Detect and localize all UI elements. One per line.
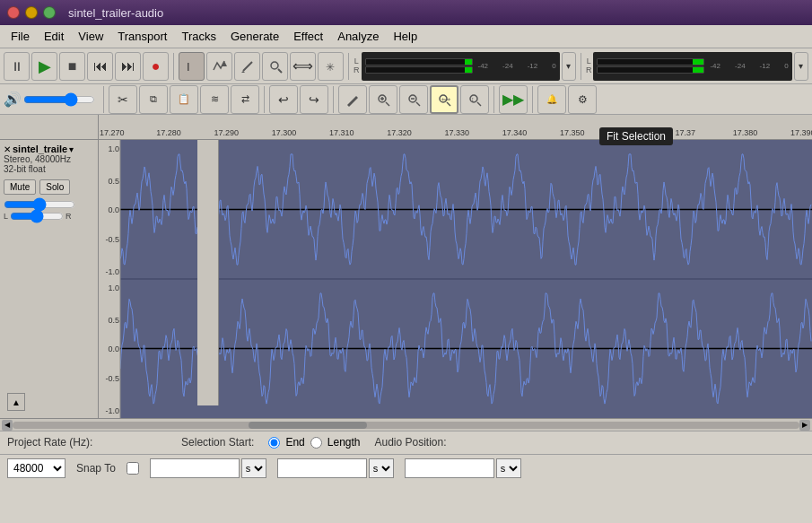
minimize-button[interactable] — [25, 6, 38, 19]
maximize-button[interactable] — [43, 6, 56, 19]
output-vu-dropdown[interactable]: ▾ — [794, 52, 808, 81]
sep5 — [264, 86, 265, 113]
menu-help[interactable]: Help — [386, 28, 424, 45]
cut-button[interactable]: ✂ — [109, 85, 137, 114]
status-bottom-row: 48000 Snap To 00 h 00 m 17 s s 00 h 00 m… — [0, 455, 812, 483]
length-radio[interactable] — [310, 437, 322, 449]
svg-marker-3 — [241, 71, 245, 73]
out-vu-scale-1: -42 — [710, 62, 720, 70]
out-vu-scale-3: -12 — [760, 62, 771, 70]
menu-edit[interactable]: Edit — [37, 28, 71, 45]
menu-effect[interactable]: Effect — [286, 28, 330, 45]
project-rate-label: Project Rate (Hz): — [7, 436, 92, 449]
play-button[interactable]: ▶ — [31, 52, 57, 81]
menu-tracks[interactable]: Tracks — [174, 28, 223, 45]
fit-selection-tooltip: Fit Selection — [599, 127, 673, 145]
ruler-tick-1: 17.270 — [99, 128, 156, 137]
svg-text:⟺: ⟺ — [441, 96, 450, 102]
settings-button[interactable]: ⚙ — [568, 85, 597, 114]
sep3 — [581, 53, 581, 80]
snap-to-label: Snap To — [76, 462, 116, 475]
audio-position-unit[interactable]: s — [496, 458, 521, 478]
svg-text:I: I — [187, 60, 190, 74]
end-length-radio: End Length — [268, 436, 360, 449]
zoom-out-button[interactable] — [399, 85, 428, 114]
trim-button[interactable]: ≋ — [200, 85, 229, 114]
paste-button[interactable]: 📋 — [170, 85, 198, 114]
prev-button[interactable]: ⏮ — [87, 52, 113, 81]
draw-button[interactable] — [338, 85, 367, 114]
scroll-left-button[interactable]: ◀ — [2, 420, 13, 431]
ruler-tick-2: 17.280 — [156, 128, 214, 137]
window-title: sintel_trailer-audio — [68, 6, 163, 20]
menu-transport[interactable]: Transport — [110, 28, 174, 45]
silence-button[interactable]: ⇄ — [231, 85, 259, 114]
close-button[interactable] — [7, 6, 20, 19]
svg-line-2 — [243, 62, 252, 71]
multi-tool-button[interactable]: ✳ — [318, 52, 344, 81]
zoom-in-button[interactable] — [369, 85, 397, 114]
out-vu-scale-4: 0 — [784, 62, 788, 70]
track-close-icon[interactable]: ✕ — [4, 144, 11, 154]
track-gain-row — [4, 200, 94, 209]
record-button[interactable]: ● — [143, 52, 169, 81]
track-info-bitdepth: 32-bit float — [4, 164, 94, 174]
next-button[interactable]: ⏭ — [115, 52, 141, 81]
svg-line-5 — [278, 69, 282, 73]
gain-slider[interactable] — [4, 200, 75, 209]
ruler-tick-12: 17.380 — [733, 128, 790, 137]
fit-selection-button[interactable]: ⟺ — [430, 85, 458, 114]
menu-view[interactable]: View — [71, 28, 110, 45]
scroll-right-button[interactable]: ▶ — [799, 420, 810, 431]
copy-button[interactable]: ⧉ — [139, 85, 168, 114]
svg-point-4 — [271, 62, 278, 69]
track-panel: ✕ sintel_traile ▾ Stereo, 48000Hz 32-bit… — [0, 140, 99, 418]
end-radio[interactable] — [268, 437, 280, 449]
collapse-track-button[interactable]: ▲ — [7, 393, 25, 411]
snap-to-checkbox[interactable] — [127, 462, 139, 475]
input-vu-dropdown[interactable]: ▾ — [562, 52, 576, 81]
title-bar: sintel_trailer-audio — [0, 0, 812, 25]
undo-button[interactable]: ↩ — [269, 85, 298, 114]
track-menu-icon[interactable]: ▾ — [69, 144, 74, 154]
svg-text:✳: ✳ — [326, 61, 335, 74]
timeshift-tool-button[interactable]: ⟺ — [290, 52, 316, 81]
scroll-track[interactable] — [13, 422, 799, 429]
ruler-tick-11: 17.37 — [676, 128, 733, 137]
volume-slider[interactable] — [23, 92, 95, 107]
output-vu-meter[interactable]: -42 -24 -12 0 — [593, 52, 791, 81]
pencil-tool-button[interactable] — [234, 52, 260, 81]
end-input[interactable]: 00 h 00 m 17 s — [277, 458, 367, 478]
horizontal-scrollbar[interactable]: ◀ ▶ — [0, 418, 812, 431]
zoom-tool-button[interactable] — [262, 52, 288, 81]
solo-button[interactable]: Solo — [39, 179, 70, 195]
select-tool-button[interactable]: I — [179, 52, 205, 81]
mute-button[interactable]: Mute — [4, 179, 36, 195]
svg-line-12 — [416, 102, 420, 106]
device-toolbar-button[interactable]: 🔔 — [537, 85, 566, 114]
envelope-tool-button[interactable] — [206, 52, 232, 81]
fit-project-button[interactable]: ↕ — [460, 85, 489, 114]
menu-analyze[interactable]: Analyze — [330, 28, 386, 45]
pause-button[interactable]: ⏸ — [4, 52, 30, 81]
selection-start-input[interactable]: 00 h 00 m 17 s — [150, 458, 240, 478]
audio-position-input-area: 00 h 00 m 00 s s — [405, 458, 521, 478]
menu-file[interactable]: File — [4, 28, 37, 45]
scroll-thumb[interactable] — [249, 422, 367, 429]
stop-button[interactable]: ■ — [59, 52, 85, 81]
audio-position-input[interactable]: 00 h 00 m 00 s — [405, 458, 494, 478]
input-vu-meter[interactable]: -42 -24 -12 0 — [362, 52, 560, 81]
play-at-speed-button[interactable]: ▶▶ — [499, 85, 528, 114]
volume-area: 🔊 — [4, 91, 95, 108]
redo-button[interactable]: ↪ — [300, 85, 328, 114]
project-rate-select[interactable]: 48000 — [7, 458, 65, 478]
ruler-tick-6: 17.320 — [387, 128, 444, 137]
track-panel-bottom: ▲ — [0, 386, 98, 418]
end-unit[interactable]: s — [369, 458, 394, 478]
menu-generate[interactable]: Generate — [223, 28, 286, 45]
pan-slider[interactable] — [10, 212, 64, 221]
length-radio-label: Length — [327, 436, 361, 449]
selection-start-unit[interactable]: s — [241, 458, 266, 478]
timeline-ruler[interactable]: 17.270 17.280 17.290 17.300 17.310 17.32… — [0, 115, 812, 140]
waveform-area[interactable] — [99, 140, 812, 418]
